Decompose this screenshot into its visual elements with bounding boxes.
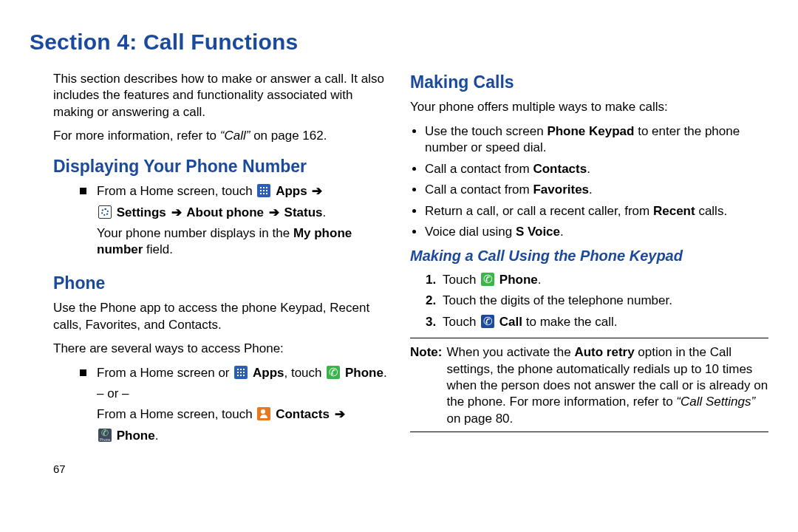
divider [410,432,768,432]
list-item-content: From a Home screen, touch Apps ➔ Setting… [97,183,388,263]
text: Your phone number displays in the [97,226,293,240]
text: Touch the digits of the telephone number… [443,293,672,307]
or-separator: – or – [97,386,388,402]
phone-green-icon [481,273,494,286]
heading-call-keypad: Making a Call Using the Phone Keypad [410,246,768,265]
text: , touch [284,366,325,380]
about-phone-label: About phone [186,205,264,219]
list-item-content: From a Home screen or Apps, touch Phone.… [97,365,388,449]
call-blue-icon [481,315,494,328]
heading-phone: Phone [53,272,388,294]
text: Touch [443,273,480,287]
ref-post: on page 162. [250,129,327,143]
phone-app-icon [98,429,112,442]
apps-label: Apps [253,366,284,380]
auto-retry-label: Auto retry [574,345,634,359]
divider [410,338,768,338]
call-label: Call [499,315,522,329]
step-item: Touch Phone. [440,272,768,288]
phone-label: Phone [117,429,155,443]
list-item: Voice dial using S Voice. [425,224,768,240]
arrow-icon: ➔ [171,205,182,219]
settings-label: Settings [117,205,166,219]
list-item: Call a contact from Favorites. [425,182,768,198]
left-column: This section describes how to make or an… [30,71,388,477]
step-item: Touch Call to make the call. [440,314,768,330]
phone-green-icon [327,366,340,379]
ref-pre: For more information, refer to [53,129,220,143]
phone-description: Use the Phone app to access the phone Ke… [53,300,388,333]
square-list: From a Home screen, touch Apps ➔ Setting… [30,183,388,263]
arrow-icon: ➔ [312,184,322,198]
phone-label: Phone [499,273,538,287]
intro-paragraph: This section describes how to make or an… [53,71,388,120]
right-column: Making Calls Your phone offers multiple … [410,71,768,477]
heading-displaying-number: Displaying Your Phone Number [53,155,388,177]
square-bullet-icon [80,188,86,194]
apps-icon [257,184,270,197]
text: From a Home screen or [97,366,233,380]
apps-icon [234,366,248,379]
text: to make the call. [522,315,618,329]
bullet-list: Use the touch screen Phone Keypad to ent… [410,123,768,241]
text: on page 80. [446,412,513,426]
ref-emphasis: “Call” [220,129,250,143]
note-label: Note: [410,344,442,427]
list-item: From a Home screen, touch Apps ➔ Setting… [80,183,388,263]
arrow-icon: ➔ [335,407,345,421]
settings-icon [98,205,112,219]
text: Touch [443,315,480,329]
square-bullet-icon [80,369,86,376]
text: When you activate the [446,345,574,359]
list-item: Return a call, or call a recent caller, … [425,203,768,219]
note-block: Note: When you activate the Auto retry o… [410,344,768,427]
contacts-icon [257,407,270,420]
phone-label: Phone [345,366,383,380]
text: field. [143,242,173,256]
text: Use the touch screen [425,124,547,138]
apps-label: Apps [276,184,307,198]
text: calls. [695,204,727,218]
text: Return a call, or call a recent caller, … [425,204,653,218]
making-calls-intro: Your phone offers multiple ways to make … [410,99,768,115]
s-voice-label: S Voice [516,225,560,239]
heading-making-calls: Making Calls [410,71,768,93]
contacts-label: Contacts [533,162,587,176]
arrow-icon: ➔ [269,205,279,219]
list-item: Call a contact from Contacts. [425,161,768,177]
two-column-layout: This section describes how to make or an… [30,71,768,477]
list-item: From a Home screen or Apps, touch Phone.… [80,365,388,449]
text: Call a contact from [425,183,533,197]
favorites-label: Favorites [533,183,589,197]
list-item: Use the touch screen Phone Keypad to ent… [425,123,768,157]
text: Voice dial using [425,225,516,239]
contacts-label: Contacts [276,407,330,421]
phone-keypad-label: Phone Keypad [547,124,634,138]
numbered-steps: Touch Phone. Touch the digits of the tel… [410,272,768,330]
reference-paragraph: For more information, refer to “Call” on… [53,128,388,144]
section-title: Section 4: Call Functions [30,30,768,55]
page-number: 67 [53,462,388,477]
square-list: From a Home screen or Apps, touch Phone.… [30,365,388,449]
note-text: When you activate the Auto retry option … [446,344,768,427]
text: From a Home screen, touch [97,407,256,421]
step-item: Touch the digits of the telephone number… [440,293,768,309]
status-label: Status [284,205,323,219]
phone-access-intro: There are several ways to access Phone: [53,341,388,357]
recent-label: Recent [653,204,695,218]
note-emphasis: “Call Settings” [676,395,755,409]
text: Call a contact from [425,162,533,176]
text: From a Home screen, touch [97,184,256,198]
